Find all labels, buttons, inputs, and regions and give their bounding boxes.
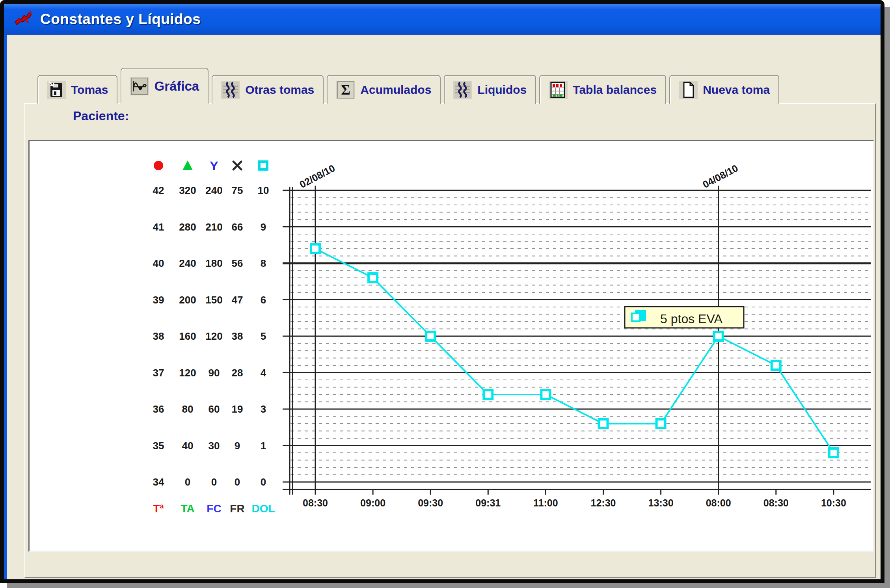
x-tick-label: 13:30: [648, 497, 674, 508]
legend-marker-circle: [154, 161, 163, 170]
date-label: 04/08/10: [701, 162, 740, 190]
y-axis-value: 240: [205, 184, 222, 196]
balance-table-icon: [549, 81, 568, 99]
data-point-marker[interactable]: [541, 390, 550, 399]
data-point-marker[interactable]: [714, 332, 723, 341]
tab-acumulados[interactable]: ΣAcumulados: [327, 75, 441, 104]
tooltip: 5 ptos EVA: [625, 307, 744, 328]
tab-label: Liquidos: [477, 83, 527, 97]
y-axis-value: 320: [179, 184, 196, 196]
data-point-marker[interactable]: [369, 274, 377, 282]
x-tick-label: 12:30: [591, 497, 616, 508]
y-axis-value: 5: [261, 330, 266, 342]
y-axis-value: 160: [179, 330, 196, 342]
y-axis-value: 9: [261, 221, 266, 233]
tab-label: Otras tomas: [245, 83, 314, 97]
app-icon: [13, 10, 34, 29]
data-point-marker[interactable]: [426, 332, 435, 341]
x-tick-label: 08:30: [303, 497, 328, 508]
x-tick-label: 09:30: [418, 497, 443, 508]
y-axis-value: 41: [153, 221, 164, 233]
legend-marker-y: Y: [210, 159, 218, 173]
y-axis-value: 34: [153, 476, 164, 488]
y-axis-value: 60: [209, 403, 220, 415]
y-axis-value: 38: [232, 330, 243, 342]
double-wave-icon: [221, 81, 240, 99]
title-bar[interactable]: Constantes y Líquidos: [4, 4, 881, 35]
y-axis-value: 240: [179, 257, 196, 269]
y-axis-value: 10: [258, 184, 269, 196]
data-point-marker[interactable]: [599, 419, 608, 428]
sigma-icon: Σ: [336, 81, 355, 99]
y-axis-value: 36: [153, 403, 164, 415]
new-document-icon: [679, 81, 698, 99]
y-axis-value: 35: [153, 440, 164, 452]
y-axis-value: 56: [232, 257, 243, 269]
y-axis-value: 30: [209, 440, 220, 452]
tab-strip: TomasGráficaOtras tomasΣAcumuladosLiquid…: [37, 68, 779, 104]
y-axis-value: 200: [179, 294, 196, 306]
tab-otras-tomas[interactable]: Otras tomas: [212, 75, 324, 104]
y-axis-value: 150: [205, 294, 222, 306]
y-axis-value: 28: [232, 367, 243, 379]
tooltip-series-icon: [632, 313, 640, 321]
svg-text:Σ: Σ: [341, 82, 351, 98]
x-tick-label: 10:30: [821, 497, 846, 508]
tooltip-text: 5 ptos EVA: [660, 312, 722, 326]
y-axis-value: 38: [153, 330, 164, 342]
data-point-marker[interactable]: [657, 419, 665, 428]
y-axis-value: 40: [182, 440, 194, 452]
tab-tabla-balances[interactable]: Tabla balances: [539, 75, 666, 104]
data-point-marker[interactable]: [311, 244, 320, 253]
x-tick-label: 08:00: [706, 497, 731, 508]
y-axis-value: 42: [153, 184, 164, 196]
y-axis-value: 40: [153, 257, 164, 269]
window-title: Constantes y Líquidos: [40, 11, 201, 28]
vitals-chart: 08:3009:0009:3009:3111:0012:3013:3008:00…: [30, 141, 873, 551]
y-axis-value: 9: [235, 440, 240, 452]
data-point-marker[interactable]: [484, 390, 492, 399]
y-axis-column-label: FC: [207, 502, 221, 515]
app-window: Constantes y Líquidos TomasGráficaOtras …: [0, 0, 884, 583]
x-tick-label: 09:31: [475, 497, 501, 508]
tab-label: Gráfica: [154, 79, 199, 94]
patient-label: Paciente:: [73, 109, 129, 123]
y-axis-value: 75: [232, 184, 243, 196]
floppy-save-icon: [47, 81, 66, 99]
data-point-marker[interactable]: [829, 448, 838, 457]
y-axis-column-label: FR: [230, 502, 244, 515]
y-axis-column-label: DOL: [251, 502, 275, 515]
tab-label: Tabla balances: [573, 83, 657, 97]
y-axis-value: 19: [232, 403, 243, 415]
tab-liquidos[interactable]: Liquidos: [444, 75, 536, 104]
y-axis-value: 37: [153, 367, 164, 379]
y-axis-value: 1: [261, 440, 266, 452]
y-axis-value: 39: [153, 294, 164, 306]
y-axis-value: 180: [205, 257, 222, 269]
y-axis-column-label: TA: [181, 502, 194, 515]
y-axis-value: 80: [182, 403, 194, 415]
y-axis-value: 0: [211, 476, 217, 488]
tab-tomas[interactable]: Tomas: [37, 75, 117, 104]
waveform-icon: [130, 77, 149, 95]
double-wave-icon: [453, 81, 472, 99]
y-axis-column-label: Tª: [153, 502, 164, 515]
tab-label: Tomas: [71, 83, 108, 97]
tab-label: Nueva toma: [703, 83, 770, 97]
data-point-marker[interactable]: [772, 361, 780, 370]
window-shadow-bottom: [7, 583, 890, 588]
date-label: 02/08/10: [298, 162, 337, 190]
chart-panel: 08:3009:0009:3009:3111:0012:3013:3008:00…: [28, 140, 874, 552]
y-axis-value: 0: [185, 476, 190, 488]
window-shadow-right: [884, 7, 890, 588]
y-axis-value: 3: [261, 403, 266, 415]
y-axis-value: 47: [232, 294, 243, 306]
y-axis-value: 6: [261, 294, 266, 306]
window-left-border: [4, 35, 7, 579]
tab-nueva-toma[interactable]: Nueva toma: [669, 75, 779, 104]
x-tick-label: 08:30: [763, 497, 789, 508]
legend-marker-square: [259, 162, 267, 169]
y-axis-value: 66: [232, 221, 243, 233]
tab-grafica[interactable]: Gráfica: [121, 68, 209, 104]
legend-marker-x: [233, 162, 241, 169]
